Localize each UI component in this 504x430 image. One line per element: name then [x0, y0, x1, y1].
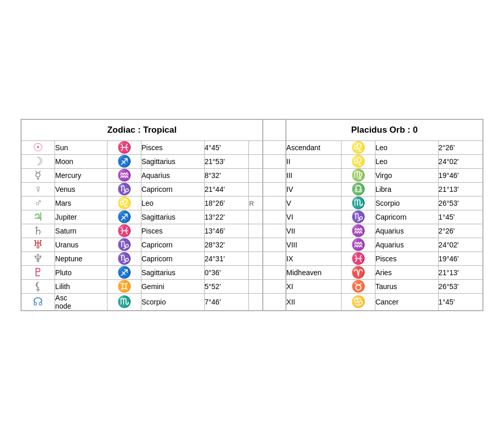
house-sign-name: Aquarius [375, 224, 438, 238]
house-sign-name: Cancer [375, 294, 438, 311]
house-name: IV [286, 183, 341, 196]
house-name: VIII [286, 238, 341, 252]
house-degree: 1°45' [438, 210, 483, 224]
house-sign-name: Aries [375, 266, 438, 280]
planet-sign-symbol: ♓ [107, 224, 141, 238]
header-divider [263, 119, 286, 141]
house-degree: 21°13' [438, 266, 483, 280]
house-sign-name: Leo [375, 141, 438, 155]
house-degree: 21°13' [438, 183, 483, 196]
house-sign-name: Pisces [375, 252, 438, 266]
planet-name: Moon [55, 155, 107, 169]
row-divider [263, 238, 286, 252]
house-name: Ascendant [286, 141, 341, 155]
planet-retrograde [249, 224, 263, 238]
house-degree: 19°46' [438, 169, 483, 183]
house-name: IX [286, 252, 341, 266]
planet-name: Mars [55, 196, 107, 210]
planet-symbol: ♂ [21, 196, 55, 210]
house-sign-symbol: ♒ [341, 224, 375, 238]
planet-name: Lilith [55, 280, 107, 294]
house-name: III [286, 169, 341, 183]
planet-sign-name: Sagittarius [141, 210, 204, 224]
house-name: VII [286, 224, 341, 238]
planet-symbol: ♆ [21, 252, 55, 266]
house-degree: 26°53' [438, 196, 483, 210]
house-sign-symbol: ♈ [341, 266, 375, 280]
row-divider [263, 266, 286, 280]
house-name: VI [286, 210, 341, 224]
planet-sign-name: Scorpio [141, 294, 204, 311]
planet-symbol: ☊ [21, 294, 55, 311]
planet-name: Venus [55, 183, 107, 196]
planet-sign-symbol: ♐ [107, 155, 141, 169]
planet-name: Saturn [55, 224, 107, 238]
planet-sign-symbol: ♐ [107, 266, 141, 280]
planet-retrograde [249, 252, 263, 266]
planet-retrograde [249, 155, 263, 169]
planet-sign-name: Capricorn [141, 183, 204, 196]
house-name: Midheaven [286, 266, 341, 280]
planet-degree: 21°53' [204, 155, 249, 169]
planet-degree: 13°22' [204, 210, 249, 224]
house-sign-symbol: ♓ [341, 252, 375, 266]
planet-symbol: ♀ [21, 183, 55, 196]
planet-sign-symbol: ♊ [107, 280, 141, 294]
planet-retrograde [249, 141, 263, 155]
house-sign-name: Capricorn [375, 210, 438, 224]
planet-sign-symbol: ♐ [107, 210, 141, 224]
house-degree: 24°02' [438, 238, 483, 252]
house-sign-symbol: ♒ [341, 238, 375, 252]
house-degree: 26°53' [438, 280, 483, 294]
planet-retrograde [249, 210, 263, 224]
planet-name: Neptune [55, 252, 107, 266]
planet-sign-name: Aquarius [141, 169, 204, 183]
planet-symbol: ♃ [21, 210, 55, 224]
planet-symbol: ♅ [21, 238, 55, 252]
planet-retrograde: R [249, 196, 263, 210]
house-sign-name: Taurus [375, 280, 438, 294]
row-divider [263, 210, 286, 224]
left-header: Zodiac : Tropical [21, 119, 263, 141]
planet-name: Sun [55, 141, 107, 155]
house-sign-symbol: ♏ [341, 196, 375, 210]
planet-sign-name: Capricorn [141, 238, 204, 252]
planet-sign-name: Pisces [141, 224, 204, 238]
planet-degree: 21°44' [204, 183, 249, 196]
house-sign-symbol: ♑ [341, 210, 375, 224]
planet-name: Pluto [55, 266, 107, 280]
planet-degree: 0°36' [204, 266, 249, 280]
house-sign-symbol: ♌ [341, 141, 375, 155]
row-divider [263, 141, 286, 155]
house-degree: 24°02' [438, 155, 483, 169]
planet-retrograde [249, 183, 263, 196]
house-name: II [286, 155, 341, 169]
row-divider [263, 280, 286, 294]
planet-sign-symbol: ♏ [107, 294, 141, 311]
planet-retrograde [249, 294, 263, 311]
house-name: XI [286, 280, 341, 294]
planet-sign-symbol: ♌ [107, 196, 141, 210]
planet-degree: 24°31' [204, 252, 249, 266]
row-divider [263, 155, 286, 169]
planet-degree: 7°46' [204, 294, 249, 311]
planet-retrograde [249, 280, 263, 294]
planet-sign-name: Pisces [141, 141, 204, 155]
house-sign-symbol: ♋ [341, 294, 375, 311]
planet-symbol: ⚸ [21, 280, 55, 294]
planet-degree: 18°26' [204, 196, 249, 210]
planet-sign-symbol: ♑ [107, 238, 141, 252]
planet-symbol: ☉ [21, 141, 55, 155]
planet-symbol: ♄ [21, 224, 55, 238]
planet-sign-symbol: ♒ [107, 169, 141, 183]
planet-sign-name: Sagittarius [141, 155, 204, 169]
house-sign-name: Scorpio [375, 196, 438, 210]
right-header: Placidus Orb : 0 [286, 119, 483, 141]
planet-symbol: ☿ [21, 169, 55, 183]
house-name: V [286, 196, 341, 210]
house-sign-symbol: ♉ [341, 280, 375, 294]
planet-degree: 4°45' [204, 141, 249, 155]
planet-symbol: ☽ [21, 155, 55, 169]
row-divider [263, 169, 286, 183]
row-divider [263, 183, 286, 196]
